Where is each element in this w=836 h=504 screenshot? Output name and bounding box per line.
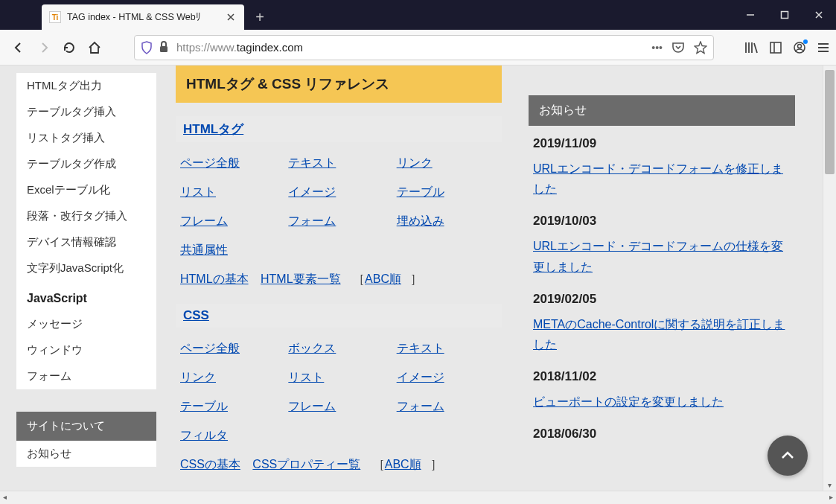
sidebar-item[interactable]: テーブルタグ挿入 — [16, 99, 156, 125]
css-props-link[interactable]: CSSプロパティー覧 — [252, 458, 360, 470]
window-close-icon[interactable] — [802, 0, 836, 30]
news-item: 2019/10/03URLエンコード・デコードフォームの仕様を変更しました — [529, 203, 795, 281]
library-icon[interactable] — [744, 41, 759, 54]
sidebar-item[interactable]: メッセージ — [16, 311, 156, 337]
news-item: 2019/11/09URLエンコード・デコードフォームを修正しました — [529, 126, 795, 203]
chevron-up-icon — [779, 447, 797, 465]
forward-button[interactable] — [31, 35, 57, 60]
news-date: 2019/11/09 — [533, 136, 791, 151]
browser-tab[interactable]: Ti TAG index - HTML & CSS Webﾘ — [42, 4, 244, 30]
news-date: 2019/02/05 — [533, 292, 791, 307]
category-link[interactable]: ページ全般 — [180, 156, 281, 171]
page-content: HTMLタグ出力テーブルタグ挿入リストタグ挿入テーブルタグ作成Excelテーブル… — [0, 66, 823, 491]
sidebar-item[interactable]: 文字列JavaScript化 — [16, 255, 156, 281]
category-link[interactable]: 共通属性 — [180, 243, 281, 258]
sidebar-item[interactable]: お知らせ — [16, 441, 156, 467]
sidebar-item[interactable]: HTMLタグ出力 — [16, 73, 156, 99]
new-tab-button[interactable]: + — [249, 6, 271, 28]
main-column: HTMLタグ & CSS リファレンス HTMLタグ ページ全般テキストリンクリ… — [156, 66, 521, 491]
svg-point-5 — [798, 44, 802, 48]
svg-rect-2 — [770, 42, 781, 53]
category-link[interactable]: イメージ — [288, 185, 389, 200]
back-button[interactable] — [6, 35, 31, 60]
news-item: 2019/02/05METAのCache-Controlに関する説明を訂正しまし… — [529, 281, 795, 359]
sidebar-item[interactable]: デバイス情報確認 — [16, 229, 156, 255]
category-link[interactable]: フレーム — [180, 214, 281, 229]
horizontal-scrollbar[interactable]: ◂ ▸ — [0, 491, 836, 504]
news-heading: お知らせ — [529, 95, 795, 126]
category-link[interactable]: リンク — [180, 370, 281, 386]
left-sidebar: HTMLタグ出力テーブルタグ挿入リストタグ挿入テーブルタグ作成Excelテーブル… — [0, 66, 156, 491]
category-link[interactable]: イメージ — [397, 370, 497, 386]
news-date: 2018/11/02 — [533, 369, 791, 384]
html-section-link[interactable]: HTMLタグ — [183, 122, 243, 136]
css-abc-link[interactable]: ABC順 — [385, 458, 421, 470]
news-column: お知らせ 2019/11/09URLエンコード・デコードフォームを修正しました2… — [521, 95, 798, 491]
svg-rect-1 — [160, 46, 167, 52]
minimize-icon[interactable] — [733, 0, 768, 30]
scroll-top-button[interactable] — [768, 436, 808, 476]
category-link[interactable]: 埋め込み — [397, 214, 497, 229]
meatballs-icon[interactable]: ••• — [651, 42, 663, 54]
pocket-icon[interactable] — [671, 42, 685, 54]
tab-title: TAG index - HTML & CSS Webﾘ — [67, 12, 225, 22]
lock-icon[interactable] — [159, 41, 169, 54]
chevron-down-icon[interactable]: ▾ — [823, 481, 836, 489]
sidebar-icon[interactable] — [769, 41, 782, 54]
category-link[interactable]: リンク — [397, 156, 497, 171]
sidebar-item[interactable]: 段落・改行タグ挿入 — [16, 203, 156, 229]
html-abc-link[interactable]: ABC順 — [365, 272, 401, 285]
news-item: 2018/11/02ビューポートの設定を変更しました — [529, 359, 795, 416]
menu-icon[interactable] — [817, 42, 830, 54]
url-text: https://www.tagindex.com — [176, 41, 644, 54]
news-link[interactable]: URLエンコード・デコードフォームを修正しました — [533, 162, 783, 195]
category-link[interactable]: ボックス — [288, 341, 389, 357]
category-link[interactable]: フレーム — [288, 399, 389, 415]
html-basics-link[interactable]: HTMLの基本 — [180, 272, 249, 285]
category-link[interactable]: テキスト — [397, 341, 497, 357]
toolbar: https://www.tagindex.com ••• — [0, 30, 836, 66]
page-title: HTMLタグ & CSS リファレンス — [176, 66, 502, 103]
reload-button[interactable] — [57, 35, 82, 60]
sidebar-heading-js: JavaScript — [16, 281, 156, 311]
account-icon[interactable] — [793, 41, 806, 54]
maximize-icon[interactable] — [768, 0, 802, 30]
category-link[interactable]: リスト — [180, 185, 281, 200]
category-link[interactable]: ページ全般 — [180, 341, 281, 357]
scrollbar-thumb[interactable] — [825, 70, 835, 174]
category-link[interactable]: テーブル — [397, 185, 497, 200]
html-elements-link[interactable]: HTML要素一覧 — [261, 272, 341, 285]
sidebar-item[interactable]: Excelテーブル化 — [16, 177, 156, 203]
category-link[interactable]: フォーム — [288, 214, 389, 229]
category-link[interactable]: フィルタ — [180, 428, 281, 444]
css-basics-link[interactable]: CSSの基本 — [180, 458, 240, 470]
category-link[interactable]: フォーム — [397, 399, 497, 415]
news-link[interactable]: URLエンコード・デコードフォームの仕様を変更しました — [533, 240, 783, 272]
news-date: 2019/10/03 — [533, 214, 791, 229]
tab-favicon: Ti — [49, 11, 61, 23]
css-section-link[interactable]: CSS — [183, 308, 209, 322]
news-link[interactable]: ビューポートの設定を変更しました — [533, 395, 724, 408]
star-icon[interactable] — [694, 41, 707, 54]
sidebar-item[interactable]: フォーム — [16, 363, 156, 389]
news-item: 2018/06/30 — [529, 416, 795, 453]
chevron-right-icon[interactable]: ▸ — [829, 493, 833, 501]
sidebar-item[interactable]: ウィンドウ — [16, 337, 156, 363]
vertical-scrollbar[interactable]: ▾ — [823, 66, 836, 491]
sidebar-item[interactable]: テーブルタグ作成 — [16, 151, 156, 177]
category-link[interactable]: テキスト — [288, 156, 389, 171]
chevron-left-icon[interactable]: ◂ — [3, 493, 7, 501]
category-link[interactable]: テーブル — [180, 399, 281, 415]
sidebar-item[interactable]: リストタグ挿入 — [16, 125, 156, 151]
titlebar: Ti TAG index - HTML & CSS Webﾘ + — [0, 0, 836, 30]
url-bar[interactable]: https://www.tagindex.com ••• — [134, 35, 714, 60]
home-button[interactable] — [82, 35, 107, 60]
shield-icon[interactable] — [141, 41, 153, 54]
sidebar-heading-about: サイトについて — [16, 412, 156, 441]
svg-rect-0 — [782, 12, 788, 19]
news-date: 2018/06/30 — [533, 427, 791, 441]
news-link[interactable]: METAのCache-Controlに関する説明を訂正しました — [533, 318, 785, 351]
category-link[interactable]: リスト — [288, 370, 389, 386]
close-icon[interactable] — [225, 11, 237, 23]
